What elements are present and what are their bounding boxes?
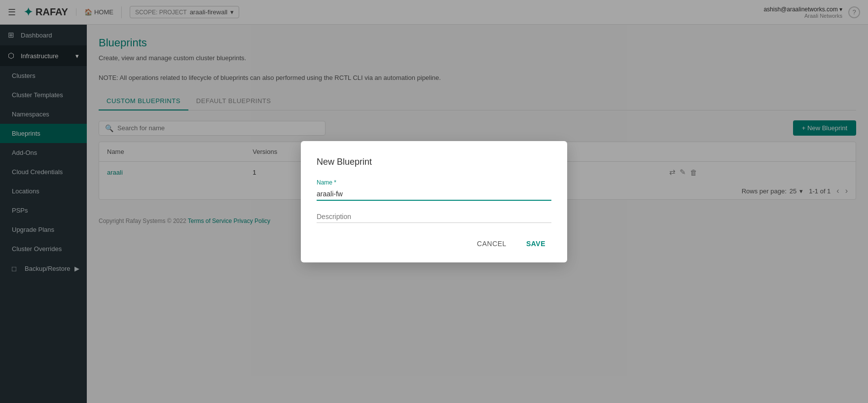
dialog-actions: CANCEL SAVE (317, 237, 551, 251)
dialog-title: New Blueprint (317, 157, 551, 167)
save-button[interactable]: SAVE (520, 237, 551, 251)
cancel-button[interactable]: CANCEL (471, 237, 512, 251)
modal-overlay: New Blueprint Name * CANCEL SAVE (0, 0, 868, 403)
name-field: Name * (317, 179, 551, 201)
description-field (317, 211, 551, 223)
name-label: Name * (317, 179, 551, 186)
name-input[interactable] (317, 188, 551, 201)
new-blueprint-dialog: New Blueprint Name * CANCEL SAVE (301, 141, 567, 262)
description-input[interactable] (317, 211, 551, 223)
